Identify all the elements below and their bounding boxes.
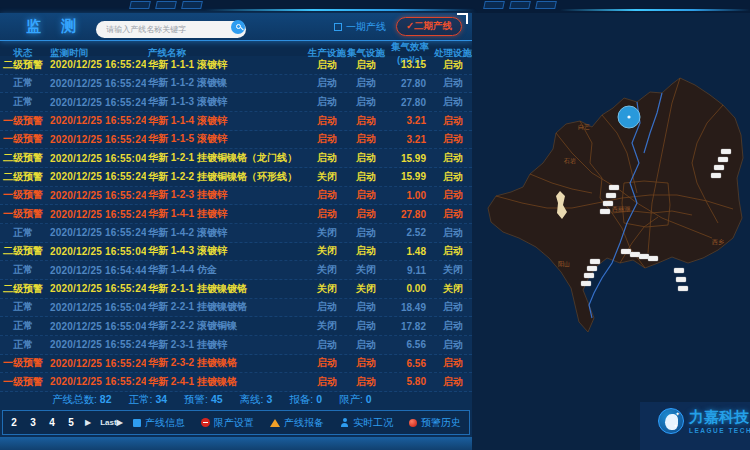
table-row[interactable]: 一级预警2020/12/25 16:55:24华新 1-1-4 滚镀锌启动启动3… — [0, 112, 472, 131]
district-polygon — [488, 78, 743, 332]
cell-name: 华新 1-1-2 滚镀镍 — [146, 76, 308, 90]
legend-button-dot-red[interactable]: 预警历史 — [409, 416, 461, 430]
summary-item: 正常: 34 — [129, 393, 168, 407]
cell-time: 2020/12/25 16:55:24 — [46, 134, 146, 145]
cell-eff: 2.52 — [386, 227, 434, 238]
cell-time: 2020/12/25 16:55:24 — [46, 209, 146, 220]
cell-name: 华新 2-2-2 滚镀铜镍 — [146, 319, 308, 333]
cell-eff: 3.21 — [386, 115, 434, 126]
table-row[interactable]: 一级预警2020/12/25 16:55:24华新 2-4-1 挂镀镍铬启动启动… — [0, 373, 472, 392]
cell-treat: 启动 — [434, 188, 472, 202]
cell-time: 2020/12/25 16:55:24 — [46, 227, 146, 238]
legend-button-square-blue[interactable]: 产线信息 — [133, 416, 185, 430]
cell-status: 一级预警 — [0, 114, 46, 128]
last-page-button[interactable]: Last▶ — [100, 418, 123, 427]
cell-gas: 启动 — [346, 188, 386, 202]
cell-status: 一级预警 — [0, 188, 46, 202]
legend-label: 产线信息 — [145, 416, 185, 430]
legend-button-circle-red[interactable]: 限产设置 — [201, 416, 254, 430]
phase2-button[interactable]: ✓二期产线 — [396, 17, 462, 36]
cell-status: 正常 — [0, 226, 46, 240]
table-row[interactable]: 二级预警2020/12/25 16:55:04华新 1-4-3 滚镀锌关闭启动1… — [0, 243, 472, 262]
page-button[interactable]: 2 — [9, 417, 19, 428]
cell-eff: 27.80 — [386, 209, 434, 220]
page-button[interactable]: 3 — [28, 417, 38, 428]
cell-time: 2020/12/25 16:55:24 — [46, 115, 146, 126]
search-button[interactable] — [231, 20, 245, 34]
table-row[interactable]: 正常2020/12/25 16:55:24华新 1-4-2 滚镀锌关闭启动2.5… — [0, 224, 472, 243]
cell-status: 二级预警 — [0, 170, 46, 184]
map-area-label: 西乡 — [712, 239, 724, 246]
cell-eff: 13.15 — [386, 59, 434, 70]
table-row[interactable]: 正常2020/12/25 16:55:24华新 1-1-2 滚镀镍启动启动27.… — [0, 75, 472, 94]
cell-time: 2020/12/25 16:55:24 — [46, 59, 146, 70]
table-row[interactable]: 二级预警2020/12/25 16:55:24华新 2-1-1 挂镀镍镀铬关闭关… — [0, 280, 472, 299]
cell-treat: 关闭 — [434, 282, 472, 296]
cell-gas: 启动 — [346, 338, 386, 352]
page-button[interactable]: 5 — [66, 417, 76, 428]
cell-name: 华新 1-2-1 挂镀铜镍铬（龙门线） — [146, 151, 308, 165]
table-row[interactable]: 正常2020/12/25 16:55:04华新 2-2-2 滚镀铜镍关闭启动17… — [0, 317, 472, 336]
cell-gas: 启动 — [346, 300, 386, 314]
cell-treat: 启动 — [434, 356, 472, 370]
cell-time: 2020/12/25 16:54:44 — [46, 265, 146, 276]
phase1-checkbox[interactable]: 一期产线 — [334, 20, 386, 34]
cell-time: 2020/12/25 16:55:24 — [46, 78, 146, 89]
table-row[interactable]: 正常2020/12/25 16:54:44华新 1-4-4 仿金关闭关闭9.11… — [0, 261, 472, 280]
table-row[interactable]: 一级预警2020/12/25 16:55:24华新 1-2-3 挂镀锌启动启动1… — [0, 187, 472, 206]
map-area-label: 白芒 — [578, 123, 590, 131]
search-input[interactable] — [96, 21, 246, 38]
map-area-label: 石岩 — [563, 157, 576, 165]
cell-status: 二级预警 — [0, 58, 46, 72]
phase1-label: 一期产线 — [346, 20, 386, 34]
cell-eff: 27.80 — [386, 97, 434, 108]
page-button[interactable]: 4 — [47, 417, 57, 428]
logo-subtitle: LEAGUE TECH — [689, 427, 750, 434]
summary-item: 离线: 3 — [240, 393, 273, 407]
cell-status: 一级预警 — [0, 207, 46, 221]
cell-name: 华新 2-4-1 挂镀镍铬 — [146, 375, 308, 389]
cell-gas: 启动 — [346, 356, 386, 370]
next-page-button[interactable]: ▶ — [85, 418, 91, 427]
table-row[interactable]: 一级预警2020/12/25 16:55:24华新 1-1-5 滚镀锌启动启动3… — [0, 131, 472, 150]
summary-item: 产线总数: 82 — [52, 393, 112, 407]
legend-button-triangle-orange[interactable]: 产线报备 — [270, 416, 324, 430]
cell-eff: 9.11 — [386, 265, 434, 276]
cell-prod: 关闭 — [308, 282, 346, 296]
cell-gas: 启动 — [346, 58, 386, 72]
cell-treat: 启动 — [434, 95, 472, 109]
panel-header: 监 测 一期产线 ✓二期产线 — [0, 13, 472, 41]
cell-treat: 启动 — [434, 244, 472, 258]
glow-line — [560, 9, 750, 11]
summary-item: 报备: 0 — [289, 393, 322, 407]
district-map[interactable]: 白芒 石岩 西丽湖 阳山 西乡 — [472, 13, 750, 450]
cell-gas: 启动 — [346, 226, 386, 240]
cell-treat: 启动 — [434, 76, 472, 90]
legend-label: 产线报备 — [284, 416, 324, 430]
summary-bar: 产线总数: 82正常: 34预警: 45离线: 3报备: 0限产: 0 — [0, 392, 472, 408]
battlement-decor — [484, 1, 556, 9]
cell-prod: 启动 — [308, 151, 346, 165]
cell-status: 正常 — [0, 319, 46, 333]
legend-buttons: 产线信息限产设置产线报备实时工况预警历史 — [133, 416, 461, 430]
table-row[interactable]: 正常2020/12/25 16:55:24华新 2-3-1 挂镀锌启动启动6.5… — [0, 336, 472, 355]
table-row[interactable]: 二级预警2020/12/25 16:55:24华新 1-2-2 挂镀铜镍铬（环形… — [0, 168, 472, 187]
table-row[interactable]: 正常2020/12/25 16:55:24华新 1-1-3 滚镀锌启动启动27.… — [0, 93, 472, 112]
table-row[interactable]: 一级预警2020/12/25 16:55:24华新 2-3-2 挂镀镍铬启动启动… — [0, 355, 472, 374]
cluster-marker[interactable] — [618, 106, 640, 128]
cell-treat: 启动 — [434, 319, 472, 333]
table-row[interactable]: 一级预警2020/12/25 16:55:24华新 1-4-1 挂镀锌启动启动2… — [0, 205, 472, 224]
cell-time: 2020/12/25 16:55:24 — [46, 171, 146, 182]
table-header: 状态监测时间产线名称生产设施集气设施集气效率(m³/s)处理设施 — [0, 41, 472, 56]
table-row[interactable]: 二级预警2020/12/25 16:55:04华新 1-2-1 挂镀铜镍铬（龙门… — [0, 149, 472, 168]
legend-button-person-blue[interactable]: 实时工况 — [340, 416, 393, 430]
logo-bar: ✦✦ 力嘉科技 LEAGUE TECH — [640, 402, 750, 450]
cell-name: 华新 1-4-3 滚镀锌 — [146, 244, 308, 258]
cell-status: 一级预警 — [0, 375, 46, 389]
logo-icon: ✦✦ — [658, 408, 684, 434]
table-row[interactable]: 正常2020/12/25 16:55:04华新 2-2-1 挂镀镍镀铬启动启动1… — [0, 299, 472, 318]
cell-eff: 6.56 — [386, 339, 434, 350]
cell-status: 二级预警 — [0, 244, 46, 258]
table-row[interactable]: 二级预警2020/12/25 16:55:24华新 1-1-1 滚镀锌启动启动1… — [0, 56, 472, 75]
cell-prod: 启动 — [308, 356, 346, 370]
